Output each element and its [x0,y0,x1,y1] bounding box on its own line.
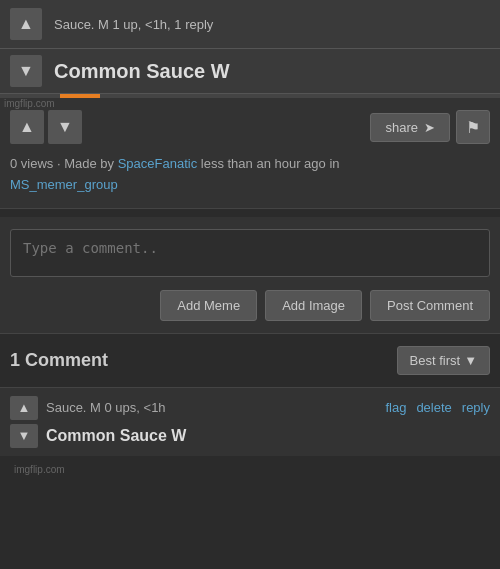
post-comment-button[interactable]: Post Comment [370,290,490,321]
share-button[interactable]: share ➤ [370,113,450,142]
views-text: 0 views · Made by [10,156,118,171]
downvote-arrow-icon: ▼ [57,118,73,136]
upvote-icon: ▲ [18,15,34,33]
comment-upvote-icon: ▲ [18,400,31,415]
watermark-top: imgflip.com [0,96,59,111]
progress-bar-fill [60,94,100,98]
share-icon: ➤ [424,120,435,135]
flag-icon: ⚑ [466,118,480,137]
comment-upvote-button[interactable]: ▲ [10,396,38,420]
vote-group: ▲ ▼ [10,110,82,144]
add-image-button[interactable]: Add Image [265,290,362,321]
comment-text: Common Sauce W [46,427,186,445]
action-row: ▲ ▼ share ➤ ⚑ [10,110,490,144]
comments-header: 1 Comment Best first ▼ [0,334,500,387]
group-link[interactable]: MS_memer_group [10,177,118,192]
comment-flag-link[interactable]: flag [385,400,406,415]
comment-downvote-button[interactable]: ▼ [10,424,38,448]
comment-downvote-icon: ▼ [18,428,31,443]
flag-button[interactable]: ⚑ [456,110,490,144]
sort-button[interactable]: Best first ▼ [397,346,490,375]
sort-label: Best first [410,353,461,368]
comment-body-row: ▼ Common Sauce W [10,424,490,448]
action-right: share ➤ ⚑ [370,110,490,144]
watermark-bottom: imgflip.com [10,462,69,477]
comments-count: 1 Comment [10,350,108,371]
time-text: less than an hour ago in [197,156,339,171]
comment-reply-link[interactable]: reply [462,400,490,415]
comment-actions-right: flag delete reply [385,400,490,415]
top-upvote-button[interactable]: ▲ [10,8,42,40]
author-link[interactable]: SpaceFanatic [118,156,198,171]
middle-section: ▲ ▼ share ➤ ⚑ 0 views · Made by SpaceFan… [0,98,500,209]
watermark-bottom-container: imgflip.com [0,456,500,480]
meta-info: 0 views · Made by SpaceFanatic less than… [10,154,490,196]
sort-arrow-icon: ▼ [464,353,477,368]
comment-delete-link[interactable]: delete [416,400,451,415]
comment-section: Add Meme Add Image Post Comment [0,217,500,334]
top-section: ▲ Sauce. M 1 up, <1h, 1 reply ▼ Common S… [0,0,500,94]
meme-title: Common Sauce W [54,60,230,83]
top-downvote-button[interactable]: ▼ [10,55,42,87]
top-meta-text: Sauce. M 1 up, <1h, 1 reply [54,17,213,32]
downvote-icon: ▼ [18,62,34,80]
add-meme-button[interactable]: Add Meme [160,290,257,321]
downvote-button[interactable]: ▼ [48,110,82,144]
comment-meta: Sauce. M 0 ups, <1h [46,400,166,415]
comment-input[interactable] [10,229,490,277]
title-row: ▼ Common Sauce W [0,49,500,93]
comment-buttons: Add Meme Add Image Post Comment [10,290,490,321]
share-label: share [385,120,418,135]
comment-item: ▲ Sauce. M 0 ups, <1h flag delete reply … [0,387,500,456]
upvote-arrow-icon: ▲ [19,118,35,136]
top-row: ▲ Sauce. M 1 up, <1h, 1 reply [0,0,500,49]
comment-top-row: ▲ Sauce. M 0 ups, <1h flag delete reply [10,396,490,420]
progress-bar-container: imgflip.com [0,94,500,98]
upvote-button[interactable]: ▲ [10,110,44,144]
